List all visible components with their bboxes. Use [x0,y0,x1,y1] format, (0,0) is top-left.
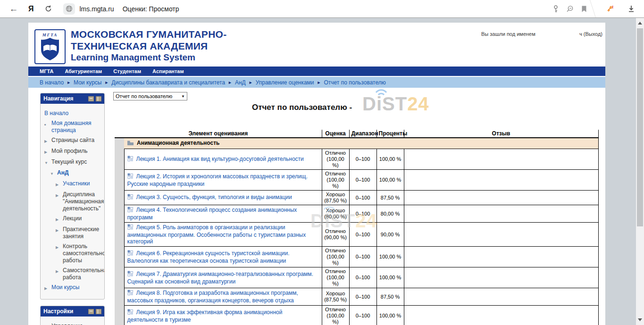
collapsed-arrow-icon[interactable] [56,191,61,212]
logout-link[interactable]: ч (Выход) [579,31,602,37]
sidebar-item[interactable]: АнД [43,169,102,177]
grade-item-link[interactable]: Лекция 9. Игра как эффективная форма ани… [127,309,283,323]
breadcrumb-separator-icon: ► [317,80,321,85]
sidebar-item: Мой профиль [43,148,102,156]
grade-item-link[interactable]: Лекция 1. Анимация как вид культурно-дос… [136,156,304,162]
password-manager-icon[interactable]: ! [606,5,615,13]
vertical-scrollbar[interactable] [636,17,644,325]
topnav-item-4[interactable]: Аспирантам [152,68,184,74]
scroll-up-icon[interactable] [636,19,644,26]
sidebar-item: Практические занятия [43,226,102,240]
collapsed-arrow-icon[interactable] [44,148,50,156]
sidebar-item[interactable]: Мои курсы [43,284,102,292]
collapsed-arrow-icon[interactable] [44,137,50,145]
scroll-down-icon[interactable] [636,316,644,323]
back-button[interactable]: ← [9,5,18,13]
sidebar-item-label[interactable]: АнД [57,169,68,177]
breadcrumb-link[interactable]: АнД [235,79,246,86]
quiz-icon [127,271,134,278]
collapsed-arrow-icon[interactable] [56,267,61,281]
svg-text:!: ! [612,5,613,9]
col-header-feedback: Отзыв [404,130,598,138]
page-background: МГТА МОСКОВСКАЯ ГУМАНИТАРНО- ТЕХНИЧЕСКАЯ… [0,17,644,325]
grade-cell: Хорошо(80,00 %) [322,205,349,223]
scrollbar-thumb[interactable] [637,28,643,226]
quiz-icon [127,250,134,258]
sidebar-item[interactable]: В начало [43,110,102,117]
navigation-block-title: Навигация [43,95,86,102]
sidebar-item[interactable]: Участники [43,180,102,188]
sidebar-item[interactable]: Моя домашняя страница [43,120,102,134]
sidebar-item-label[interactable]: Мои курсы [51,284,79,292]
search-icon[interactable] [566,5,574,13]
grade-item-link[interactable]: Лекция 8. Подготовка и разработка анимац… [127,290,298,304]
chevron-down-icon: ▼ [181,94,185,99]
sidebar-item-label[interactable]: В начало [44,110,68,117]
sidebar-item-label[interactable]: Участники [63,180,90,188]
grade-item-link[interactable]: Лекция 5. Роль аниматоров в организации … [127,224,306,245]
collapsed-arrow-icon[interactable] [56,180,61,188]
site-title-line3: Learning Managment System [71,52,227,63]
site-title-line2: ТЕХНИЧЕСКАЯ АКАДЕМИЯ [71,40,227,52]
collapsed-arrow-icon[interactable] [56,243,61,264]
feedback-cell [404,205,598,223]
sidebar-item: Самостоятельная работа [43,267,102,281]
folder-icon [127,140,134,147]
quiz-icon [127,290,134,297]
download-icon[interactable] [627,5,636,13]
indent-cell [115,138,124,149]
breadcrumb-link[interactable]: Управление оценками [256,79,314,86]
breadcrumb-link[interactable]: В начало [40,79,64,86]
range-cell: 0–100 [349,306,376,325]
sidebar-item-label[interactable]: Моя домашняя страница [51,120,102,134]
percent-cell: 100,00 % [376,306,404,325]
grade-item-link[interactable]: Лекция 2. История и хронология массовых … [127,173,308,187]
breadcrumb-link[interactable]: Дисциплины бакалавриата и специалитета [111,79,225,86]
collapse-block-icon[interactable] [88,309,94,314]
collapsed-arrow-icon[interactable] [56,215,61,223]
percent-cell: 100,00 % [376,170,404,191]
site-icon-chip[interactable] [63,3,75,15]
feedback-cell [404,306,598,325]
dock-block-icon[interactable] [96,309,101,314]
reload-button[interactable] [44,5,53,13]
grade-item-link[interactable]: Лекция 3. Сущность, функция, типология и… [136,194,292,200]
breadcrumb-separator-icon: ► [249,80,253,85]
sidebar-item-label: Текущий курс [51,158,87,167]
url-text[interactable]: lms.mgta.ru [80,5,114,13]
grade-item-link[interactable]: Лекция 4. Технологический процесс создан… [127,207,297,221]
table-header-row: Элемент оценивания Оценка Диапазон Проце… [115,130,598,138]
breadcrumb-link[interactable]: Отчет по пользователю [324,79,386,86]
yandex-logo[interactable]: Я [28,5,34,13]
expanded-arrow-icon[interactable] [50,169,56,177]
collapsed-arrow-icon[interactable] [44,284,50,292]
range-cell: 0–100 [349,170,376,191]
grade-row: Лекция 1. Анимация как вид культурно-дос… [115,149,598,170]
range-cell: 0–100 [349,191,376,205]
key-icon[interactable] [552,5,560,13]
report-type-select[interactable]: Отчет по пользователю ▼ [113,92,187,100]
expanded-arrow-icon[interactable] [44,158,50,167]
dock-block-icon[interactable] [96,96,101,101]
expanded-arrow-icon[interactable] [44,323,50,325]
feedback-cell [404,247,598,267]
category-label: Анимационная деятельность [137,140,219,146]
topnav-item-1[interactable]: МГТА [40,68,53,74]
grade-item-link[interactable]: Лекция 6. Рекреационная сущность туристс… [127,250,290,264]
sidebar-item-label: Страницы сайта [51,137,94,145]
topnav-item-2[interactable]: Абитуриентам [65,68,102,74]
collapse-block-icon[interactable] [88,96,94,101]
breadcrumb-separator-icon: ► [228,80,232,85]
category-row: Анимационная деятельность [115,138,598,149]
settings-block-body: Управление оценкамиОбзорный отчетОтчет п… [41,317,104,325]
grade-item-link[interactable]: Лекция 7. Драматургия анимационно-театра… [127,271,313,285]
page-title: Отчет по пользователю - [113,103,491,112]
grade-row: Лекция 6. Рекреационная сущность туристс… [115,247,598,267]
range-cell: 0–100 [349,149,376,170]
bookmark-icon[interactable] [580,5,588,13]
topnav-item-3[interactable]: Студентам [113,68,141,74]
grade-row: Лекция 3. Сущность, функция, типология и… [115,191,598,205]
collapsed-arrow-icon[interactable] [56,226,61,240]
col-header-grade: Оценка [322,130,349,138]
breadcrumb-link[interactable]: Мои курсы [74,79,101,86]
